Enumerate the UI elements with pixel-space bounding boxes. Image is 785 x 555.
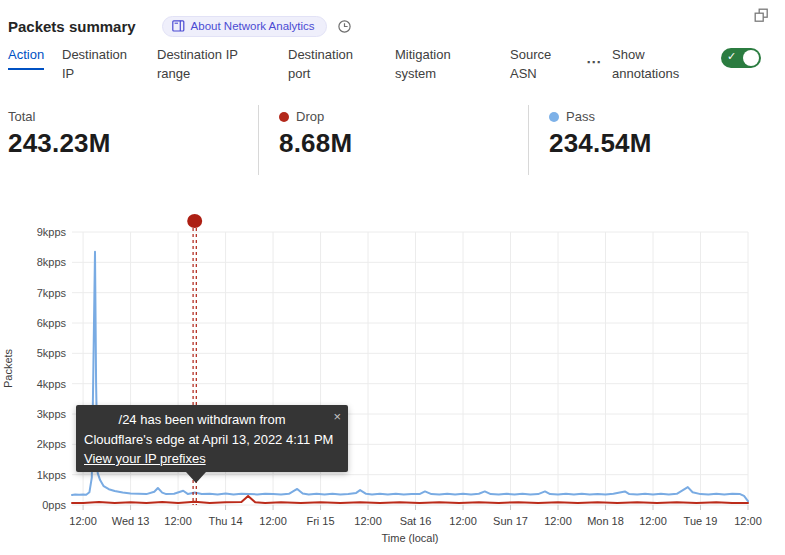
check-icon: ✓ (727, 50, 736, 63)
tab-destination-ip-range[interactable]: Destination IP range (157, 46, 247, 84)
more-tabs-button[interactable]: ⋯ (586, 53, 602, 71)
stat-label: Pass (566, 109, 595, 124)
drop-legend-dot (279, 112, 289, 122)
x-tick-label: 12:00 (354, 515, 382, 527)
y-tick-label: 3kpps (37, 408, 67, 420)
stat-drop: Drop8.68M (258, 105, 528, 175)
x-tick-label: Thu 14 (208, 515, 242, 527)
show-annotations-label: Show annotations (612, 46, 692, 84)
tab-source-asn[interactable]: Source ASN (510, 46, 558, 84)
toggle-knob (743, 50, 759, 66)
x-tick-label: 12:00 (639, 515, 667, 527)
tab-label: Destination port (288, 46, 360, 84)
y-tick-label: 2kpps (37, 438, 67, 450)
close-icon[interactable]: × (333, 407, 341, 427)
stat-value: 243.23M (8, 128, 258, 159)
show-annotations-toggle[interactable]: ✓ (721, 48, 761, 68)
series-drop (72, 496, 748, 503)
expand-icon[interactable] (754, 8, 769, 23)
clock-icon (337, 19, 352, 34)
pass-legend-dot (549, 112, 559, 122)
stat-total: Total243.23M (0, 105, 258, 175)
x-tick-label: 12:00 (544, 515, 572, 527)
annotation-text-line1: /24 has been withdrawn from (84, 410, 340, 430)
x-tick-label: 12:00 (449, 515, 477, 527)
y-tick-label: 0pps (42, 499, 66, 511)
x-tick-label: Fri 15 (306, 515, 334, 527)
chart-canvas[interactable]: 9kpps8kpps7kpps6kpps5kpps4kpps3kpps2kpps… (0, 207, 785, 555)
x-tick-label: Sat 16 (400, 515, 432, 527)
y-axis-title: Packets (2, 348, 14, 388)
y-tick-label: 1kpps (37, 469, 67, 481)
y-tick-label: 7kpps (37, 287, 67, 299)
annotation-text-line2: Cloudflare's edge at April 13, 2022 4:11… (84, 430, 340, 450)
stat-value: 8.68M (279, 128, 528, 159)
packets-summary-panel: { "header": { "title": "Packets summary"… (0, 0, 785, 555)
book-icon (172, 20, 185, 32)
view-ip-prefixes-link[interactable]: View your IP prefixes (84, 451, 206, 466)
stats-row: Total243.23MDrop8.68MPass234.54M (0, 105, 785, 175)
page-title: Packets summary (8, 18, 136, 35)
stat-label: Total (8, 109, 35, 124)
y-tick-label: 9kpps (37, 226, 67, 238)
x-tick-label: Mon 18 (587, 515, 624, 527)
x-tick-label: Tue 19 (684, 515, 718, 527)
x-tick-label: 12:00 (164, 515, 192, 527)
y-tick-label: 4kpps (37, 378, 67, 390)
x-axis-title: Time (local) (381, 532, 438, 544)
tab-label: Mitigation system (395, 46, 465, 84)
stat-label: Drop (296, 109, 324, 124)
about-badge-label: About Network Analytics (191, 20, 315, 32)
y-tick-label: 6kpps (37, 317, 67, 329)
dimension-tabs: ActionDestination IPDestination IP range… (0, 42, 785, 90)
tooltip-caret (186, 472, 206, 483)
y-tick-label: 8kpps (37, 256, 67, 268)
panel-header: Packets summary About Network Analytics (0, 0, 785, 42)
stat-value: 234.54M (549, 128, 785, 159)
tab-destination-port[interactable]: Destination port (288, 46, 360, 84)
x-tick-label: 12:00 (734, 515, 762, 527)
tab-label: Destination IP (62, 46, 134, 84)
x-tick-label: 12:00 (259, 515, 287, 527)
tab-label: Source ASN (510, 46, 558, 84)
tab-action[interactable]: Action (8, 46, 48, 70)
x-tick-label: 12:00 (69, 515, 97, 527)
stat-pass: Pass234.54M (528, 105, 785, 175)
x-tick-label: Wed 13 (112, 515, 150, 527)
annotation-marker-dot[interactable] (187, 214, 202, 228)
tab-destination-ip[interactable]: Destination IP (62, 46, 134, 84)
tab-label: Destination IP range (157, 46, 247, 84)
packets-chart: 9kpps8kpps7kpps6kpps5kpps4kpps3kpps2kpps… (0, 207, 785, 555)
tab-mitigation-system[interactable]: Mitigation system (395, 46, 465, 84)
tab-label: Action (8, 46, 44, 70)
y-tick-label: 5kpps (37, 347, 67, 359)
annotation-tooltip: × /24 has been withdrawn from Cloudflare… (76, 405, 348, 472)
x-tick-label: Sun 17 (493, 515, 528, 527)
about-network-analytics-badge[interactable]: About Network Analytics (162, 16, 327, 37)
